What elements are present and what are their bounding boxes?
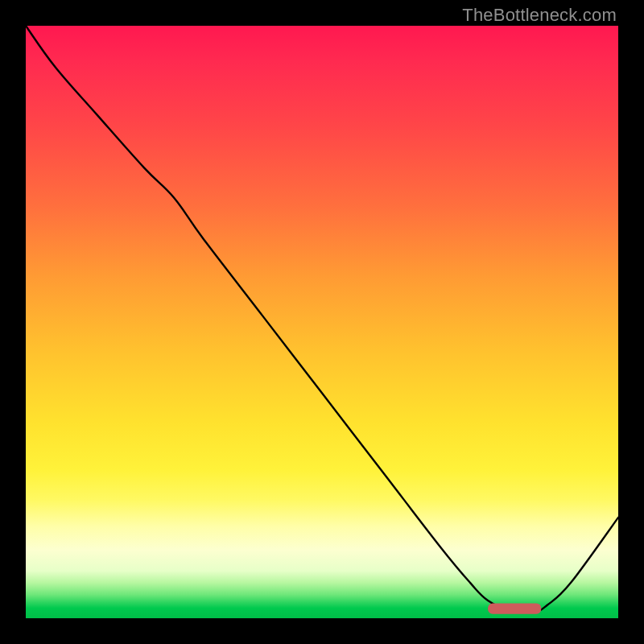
watermark-text: TheBottleneck.com	[462, 5, 617, 26]
optimum-marker	[488, 604, 541, 614]
bottleneck-curve	[26, 26, 618, 613]
chart-overlay	[26, 26, 618, 618]
chart-container: TheBottleneck.com	[0, 0, 644, 644]
